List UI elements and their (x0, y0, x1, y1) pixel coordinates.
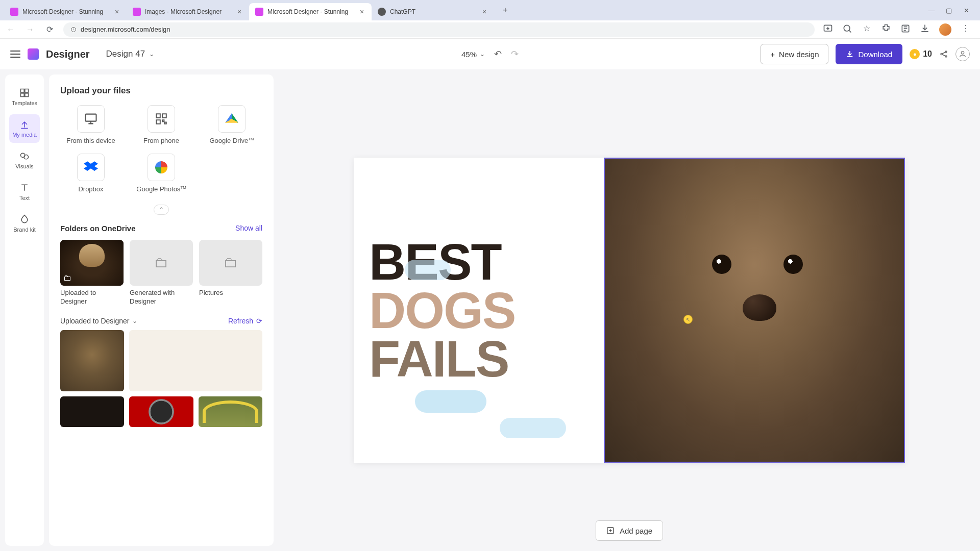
rail-text[interactable]: Text (9, 178, 40, 206)
page-info-icon (70, 27, 77, 33)
close-window-icon[interactable]: ✕ (963, 7, 970, 14)
upload-from-device[interactable]: From this device (60, 105, 121, 144)
close-icon[interactable]: × (113, 8, 120, 15)
collapse-section-button[interactable]: ⌃ (154, 205, 169, 215)
close-icon[interactable]: × (481, 8, 488, 15)
svg-rect-15 (156, 114, 160, 118)
svg-point-4 (941, 54, 942, 55)
browser-tab-1[interactable]: Microsoft Designer - Stunning× (4, 3, 127, 20)
refresh-label: Refresh (228, 317, 253, 325)
menu-icon[interactable]: ⋮ (961, 23, 971, 34)
headline-line-3[interactable]: FAILS (369, 335, 589, 383)
cloud-shape (405, 260, 451, 280)
profile-avatar[interactable] (939, 23, 951, 36)
folder-uploaded[interactable]: 🗀Uploaded to Designer (60, 240, 124, 306)
gphotos-icon (148, 154, 175, 181)
headline-line-2[interactable]: DOGS (369, 286, 589, 335)
canvas-text-area[interactable]: BEST DOGS FAILS (354, 158, 604, 463)
install-icon[interactable] (823, 23, 833, 34)
rail-brand-kit[interactable]: Brand kit (9, 209, 40, 238)
browser-tab-strip: Microsoft Designer - Stunning× Images - … (0, 0, 980, 20)
account-icon[interactable] (955, 47, 970, 61)
media-thumbnail-dark[interactable] (60, 396, 124, 427)
rail-visuals[interactable]: Visuals (9, 146, 40, 174)
rail-label: My media (12, 132, 37, 138)
rail-my-media[interactable]: My media (9, 114, 40, 143)
redo-button: ↷ (511, 48, 519, 60)
folder-thumbnail: 🗀 (199, 240, 262, 286)
downloads-icon[interactable] (920, 23, 930, 34)
url-input[interactable]: designer.microsoft.com/design (63, 22, 815, 37)
svg-point-6 (945, 56, 947, 57)
media-thumbnail-items[interactable] (129, 330, 262, 391)
upload-google-photos[interactable]: Google PhotosTM (131, 154, 192, 193)
folder-generated[interactable]: 🗀Generated with Designer (130, 240, 193, 306)
credits-value: 10 (923, 49, 932, 59)
media-thumbnail-dartboard[interactable] (129, 396, 193, 427)
zoom-dropdown[interactable]: 45%⌄ (461, 50, 485, 59)
design-name-dropdown[interactable]: Design 47⌄ (106, 49, 155, 59)
share-icon[interactable] (939, 49, 948, 59)
dropbox-icon (77, 154, 105, 181)
undo-button[interactable]: ↶ (494, 48, 502, 60)
rail-templates[interactable]: Templates (9, 83, 40, 111)
cloud-shape (415, 390, 486, 413)
zoom-reset-icon[interactable] (842, 23, 852, 34)
close-icon[interactable]: × (236, 8, 243, 15)
credits-display[interactable]: ●10 (910, 49, 932, 59)
media-thumbnail-arch[interactable] (199, 396, 262, 427)
brand-icon (19, 214, 30, 224)
svg-rect-17 (156, 120, 160, 124)
plus-icon: + (770, 50, 775, 59)
back-icon[interactable]: ← (5, 24, 16, 35)
folder-pictures[interactable]: 🗀Pictures (199, 240, 262, 306)
cloud-shape (500, 418, 566, 438)
refresh-button[interactable]: Refresh⟳ (228, 317, 262, 325)
refresh-icon: ⟳ (256, 317, 262, 325)
upload-from-phone[interactable]: From phone (131, 105, 192, 144)
bookmark-icon[interactable]: ☆ (862, 23, 872, 34)
design-name-text: Design 47 (106, 49, 145, 59)
folder-icon: 🗀 (63, 273, 71, 283)
browser-tab-2[interactable]: Images - Microsoft Designer× (127, 3, 249, 20)
download-button[interactable]: Download (836, 44, 902, 64)
upload-title: Upload your files (60, 86, 262, 96)
svg-rect-16 (162, 114, 166, 118)
extensions-icon[interactable] (881, 23, 891, 34)
svg-rect-11 (25, 93, 29, 97)
plus-square-icon (606, 527, 615, 535)
headline-line-1[interactable]: BEST (369, 238, 589, 286)
rail-label: Brand kit (13, 227, 35, 233)
cursor-highlight: ↖ (683, 315, 693, 324)
show-all-link[interactable]: Show all (235, 224, 262, 232)
button-label: Add page (620, 527, 652, 535)
forward-icon[interactable]: → (24, 24, 36, 35)
add-page-button[interactable]: Add page (596, 520, 663, 541)
hamburger-icon[interactable] (10, 51, 20, 58)
close-icon[interactable]: × (358, 8, 365, 15)
svg-point-5 (945, 51, 947, 53)
browser-tab-4[interactable]: ChatGPT× (372, 3, 494, 20)
visuals-icon (19, 151, 30, 161)
folder-label: Pictures (199, 289, 262, 297)
media-panel: Upload your files From this device From … (49, 74, 274, 546)
download-icon (846, 50, 854, 58)
svg-point-13 (24, 155, 28, 159)
button-label: New design (779, 50, 819, 59)
upload-icon (19, 119, 30, 130)
upload-google-drive[interactable]: Google DriveTM (201, 105, 262, 144)
canvas-image-selected[interactable]: ↖ (604, 158, 905, 463)
reading-list-icon[interactable] (900, 23, 911, 34)
upload-dropbox[interactable]: Dropbox (60, 154, 121, 193)
maximize-icon[interactable]: ▢ (945, 7, 952, 14)
design-canvas[interactable]: BEST DOGS FAILS ↖ (354, 158, 905, 463)
minimize-icon[interactable]: — (928, 7, 935, 14)
media-thumbnail-dog[interactable] (60, 330, 124, 391)
chevron-down-icon[interactable]: ⌄ (132, 317, 137, 324)
browser-tab-3[interactable]: Microsoft Designer - Stunning× (249, 3, 372, 20)
new-design-button[interactable]: +New design (761, 44, 828, 64)
new-tab-button[interactable]: + (498, 3, 512, 17)
app-name: Designer (46, 48, 90, 60)
canvas-area[interactable]: BEST DOGS FAILS ↖ Add page (279, 69, 980, 551)
reload-icon[interactable]: ⟳ (44, 24, 55, 35)
